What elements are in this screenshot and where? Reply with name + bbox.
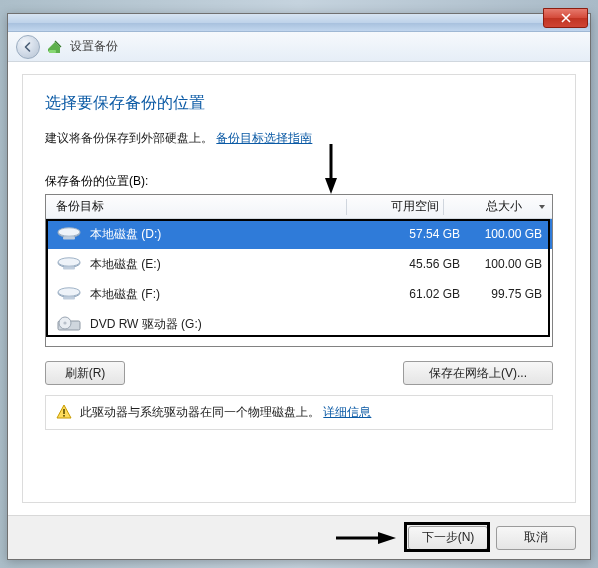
nav-title: 设置备份 [70, 38, 118, 55]
drive-list[interactable]: 备份目标 可用空间 总大小 本地磁盘 (D:)57.54 GB100.00 GB… [45, 194, 553, 347]
close-button[interactable] [543, 8, 588, 28]
svg-rect-3 [63, 237, 75, 240]
next-button[interactable]: 下一步(N) [408, 526, 488, 550]
drive-total: 99.75 GB [464, 287, 552, 301]
content-area: 选择要保存备份的位置 建议将备份保存到外部硬盘上。 备份目标选择指南 保存备份的… [22, 74, 576, 503]
drive-name: 本地磁盘 (F:) [90, 286, 368, 303]
drive-total: 100.00 GB [464, 257, 552, 271]
dvd-drive-icon [56, 314, 82, 334]
drive-name: 本地磁盘 (E:) [90, 256, 368, 273]
back-button[interactable] [16, 35, 40, 59]
svg-rect-0 [49, 50, 56, 53]
svg-rect-14 [63, 415, 65, 417]
footer: 下一步(N) 取消 [8, 515, 590, 559]
guide-link[interactable]: 备份目标选择指南 [216, 131, 312, 145]
svg-rect-6 [63, 267, 75, 270]
col-target[interactable]: 备份目标 [46, 198, 346, 215]
svg-rect-9 [63, 297, 75, 300]
hdd-icon [56, 254, 82, 274]
cancel-button[interactable]: 取消 [496, 526, 576, 550]
refresh-button[interactable]: 刷新(R) [45, 361, 125, 385]
hdd-icon [56, 224, 82, 244]
mid-controls: 刷新(R) 保存在网络上(V)... [45, 361, 553, 385]
nav-bar: 设置备份 [8, 32, 590, 62]
svg-point-2 [58, 228, 80, 236]
wizard-window: 设置备份 选择要保存备份的位置 建议将备份保存到外部硬盘上。 备份目标选择指南 … [7, 13, 591, 560]
drive-free: 57.54 GB [368, 227, 464, 241]
svg-rect-13 [63, 409, 65, 414]
drive-free: 61.02 GB [368, 287, 464, 301]
warning-box: 此驱动器与系统驱动器在同一个物理磁盘上。 详细信息 [45, 395, 553, 430]
save-network-button[interactable]: 保存在网络上(V)... [403, 361, 553, 385]
list-label: 保存备份的位置(B): [45, 173, 553, 190]
backup-icon [46, 38, 64, 56]
warning-text: 此驱动器与系统驱动器在同一个物理磁盘上。 [80, 405, 320, 419]
warning-details-link[interactable]: 详细信息 [323, 405, 371, 419]
drive-total: 100.00 GB [464, 227, 552, 241]
drive-name: 本地磁盘 (D:) [90, 226, 368, 243]
title-bar [8, 14, 590, 32]
drive-row[interactable]: 本地磁盘 (F:)61.02 GB99.75 GB [46, 279, 552, 309]
page-heading: 选择要保存备份的位置 [45, 93, 553, 114]
col-total[interactable]: 总大小 [444, 198, 532, 215]
warning-icon [56, 404, 72, 420]
svg-point-5 [58, 258, 80, 266]
warning-text-line: 此驱动器与系统驱动器在同一个物理磁盘上。 详细信息 [80, 404, 371, 421]
svg-point-12 [63, 321, 66, 324]
intro-text: 建议将备份保存到外部硬盘上。 [45, 131, 213, 145]
svg-point-8 [58, 288, 80, 296]
drive-row[interactable]: 本地磁盘 (D:)57.54 GB100.00 GB [46, 219, 552, 249]
drive-row[interactable]: DVD RW 驱动器 (G:) [46, 309, 552, 339]
col-free[interactable]: 可用空间 [347, 198, 443, 215]
drive-free: 45.56 GB [368, 257, 464, 271]
drive-row[interactable]: 本地磁盘 (E:)45.56 GB100.00 GB [46, 249, 552, 279]
header-dropdown-icon[interactable] [532, 203, 552, 211]
drive-list-header: 备份目标 可用空间 总大小 [46, 195, 552, 219]
intro-line: 建议将备份保存到外部硬盘上。 备份目标选择指南 [45, 130, 553, 147]
hdd-icon [56, 284, 82, 304]
drive-name: DVD RW 驱动器 (G:) [90, 316, 368, 333]
